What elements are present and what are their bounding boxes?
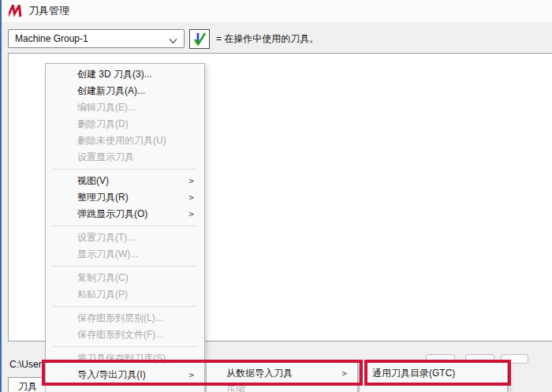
chevron-down-icon [169, 35, 177, 42]
menu-item-label: 复制刀具(C) [77, 272, 129, 283]
menu-item-label: 弹跳显示刀具(O) [77, 208, 147, 219]
menu-item-save-geometry-to-file: 保存图形到文件(F)... [46, 327, 204, 343]
menu-item-create-new-tool[interactable]: 创建新刀具(A)... [46, 83, 204, 99]
chevron-right-icon: > [188, 189, 194, 206]
menu-item-label: 创建新刀具(A)... [77, 85, 145, 96]
title-bar: 刀具管理 [2, 0, 552, 22]
machine-group-value: Machine Group-1 [15, 33, 88, 44]
menu-item-label: 粘贴刀具(P) [77, 289, 128, 300]
menu-item-label: 设置刀具(T)... [77, 232, 135, 243]
menu-separator [53, 346, 197, 347]
menu-item-label: 整理刀具(R) [77, 192, 129, 203]
menu-item-label: 删除未使用的刀具(U) [77, 135, 166, 146]
menu-item-delete-unused-tools: 删除未使用的刀具(U) [46, 133, 204, 149]
menu-item-popup-display-tools[interactable]: 弹跳显示刀具(O)> [46, 206, 204, 222]
tab-tools-label: 刀具 [18, 381, 37, 392]
machine-group-dropdown[interactable]: Machine Group-1 [8, 29, 185, 48]
menu-item-label: 视图(V) [77, 175, 109, 186]
tool-manager-dialog: 刀具管理 Machine Group-1 = 在操作中使用的刀具。 C:\Use… [0, 0, 552, 392]
menu-separator [53, 266, 197, 267]
menu-item-label: 保存图形到文件(F)... [77, 329, 163, 340]
menu-item-show-tool: 显示刀具(W)... [46, 246, 204, 263]
menu-separator [53, 169, 197, 170]
menu-item-edit-tool: 编辑刀具(E)... [46, 99, 204, 116]
menu-item-create-3d-tool[interactable]: 创建 3D 刀具(3)... [46, 66, 204, 83]
tool-in-use-check-icon [189, 29, 210, 49]
highlight-box-import-export [42, 360, 363, 386]
menu-separator [53, 226, 197, 226]
library-path-label: C:\Users [9, 359, 47, 370]
menu-item-arrange-tools[interactable]: 整理刀具(R)> [46, 189, 204, 206]
menu-item-save-geometry-to-level: 保存图形到层别(L)... [46, 310, 204, 327]
menu-separator [53, 306, 197, 307]
menu-item-label: 删除刀具(D) [77, 118, 129, 129]
chevron-right-icon: > [188, 173, 194, 189]
menu-item-setup-tool: 设置刀具(T)... [46, 230, 204, 246]
menu-item-set-display-tools: 设置显示刀具 [46, 149, 204, 166]
menu-item-label: 创建 3D 刀具(3)... [77, 69, 152, 80]
dialog-title: 刀具管理 [28, 4, 69, 18]
highlight-box-gtc [364, 360, 511, 386]
menu-item-view[interactable]: 视图(V)> [46, 173, 204, 189]
legend-text: = 在操作中使用的刀具。 [216, 29, 319, 49]
menu-item-label: 保存图形到层别(L)... [77, 312, 163, 323]
menu-item-label: 设置显示刀具 [77, 151, 134, 162]
menu-item-label: 显示刀具(W)... [77, 248, 138, 259]
mastercam-logo-icon [9, 5, 23, 17]
menu-item-copy-tool: 复制刀具(C) [46, 270, 204, 286]
menu-item-delete-tool: 删除刀具(D) [46, 116, 204, 133]
chevron-right-icon: > [188, 206, 194, 222]
menu-item-label: 编辑刀具(E)... [77, 102, 136, 113]
context-menu: 创建 3D 刀具(3)... 创建新刀具(A)... 编辑刀具(E)... 删除… [45, 63, 205, 392]
menu-item-paste-tool: 粘贴刀具(P) [46, 286, 204, 303]
